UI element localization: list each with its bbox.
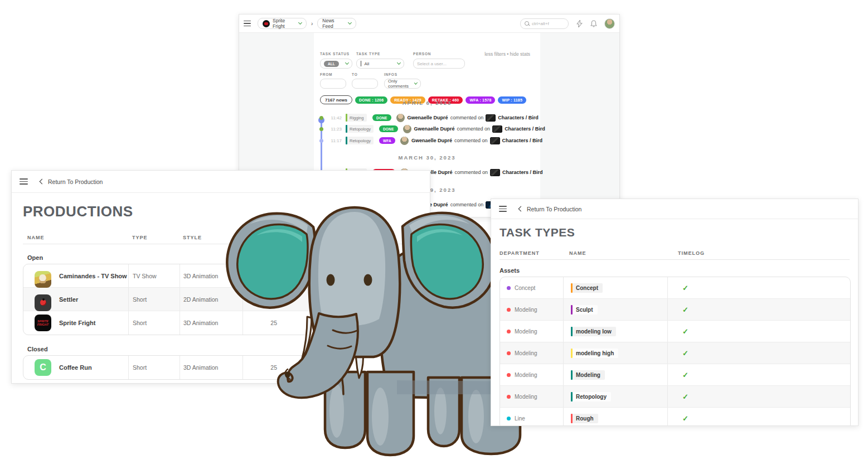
- task-type-chip: Rigging: [346, 114, 367, 122]
- status-pill: WFA: [379, 137, 395, 144]
- department-dot: [507, 286, 511, 290]
- news-text: Gwenaelle Duprécommented onCharacters / …: [411, 137, 542, 144]
- task-type-chip: modeling low: [571, 327, 616, 336]
- news-text: Gwenaelle Duprécommented onCharacters / …: [414, 125, 545, 133]
- production-style: 3D Animation: [183, 364, 218, 371]
- task-type-row[interactable]: Modeling modeling low ✓: [500, 321, 850, 342]
- date-heading: MARCH 30, 2023: [314, 154, 540, 161]
- task-type-row[interactable]: Modeling Sculpt ✓: [500, 299, 850, 321]
- task-type-select[interactable]: All: [356, 59, 404, 69]
- entity-thumbnail: [492, 125, 502, 133]
- task-type-color-bar: [360, 61, 362, 66]
- status-pill: DONE: [379, 125, 398, 132]
- search-input[interactable]: ctrl+alt+f: [520, 18, 569, 29]
- task-type-row[interactable]: Modeling Modeling ✓: [500, 364, 850, 386]
- column-header-name: NAME: [569, 250, 586, 256]
- news-item[interactable]: 11:23 Retopology DONE Gwenaelle Duprécom…: [328, 124, 545, 133]
- task-type-row[interactable]: Concept Concept ✓: [500, 277, 850, 299]
- production-name: Sprite Fright: [59, 320, 95, 326]
- from-label: FROM: [320, 72, 332, 76]
- section-assets: Assets: [500, 267, 520, 274]
- column-header-style: STYLE: [183, 235, 202, 240]
- task-type-chip: Sculpt: [571, 305, 598, 315]
- entity-thumbnail: [486, 114, 496, 122]
- production-thumbnail: [35, 271, 51, 288]
- to-input[interactable]: [352, 79, 378, 89]
- news-item[interactable]: 11:42 Rigging DONE Gwenaelle Duprécommen…: [328, 113, 539, 122]
- production-type: Short: [133, 364, 147, 371]
- production-style: 2D Animation: [183, 296, 218, 303]
- menu-icon[interactable]: [20, 178, 28, 185]
- entity-thumbnail: [490, 169, 500, 176]
- page-title: PRODUCTIONS: [23, 203, 133, 220]
- menu-icon[interactable]: [499, 206, 507, 212]
- production-name: Coffee Run: [59, 364, 92, 371]
- column-header-type: TYPE: [132, 235, 148, 240]
- production-logo-icon: [263, 20, 270, 27]
- search-icon: [525, 21, 529, 26]
- production-type: Short: [133, 320, 147, 326]
- task-types-header: Return To Production: [491, 199, 858, 219]
- production-selector-value: Sprite Fright: [273, 18, 296, 29]
- production-name: Settler: [59, 296, 78, 303]
- production-style: 3D Animation: [183, 273, 218, 279]
- task-status-label: TASK STATUS: [320, 52, 350, 56]
- task-type-row[interactable]: Modeling Retopology ✓: [500, 386, 850, 408]
- production-selector[interactable]: Sprite Fright: [258, 18, 307, 29]
- department-name: Concept: [515, 285, 535, 291]
- from-input[interactable]: [320, 79, 346, 89]
- user-avatar[interactable]: [604, 18, 615, 29]
- task-type-chip: Retopology: [571, 392, 611, 402]
- less-filters-link[interactable]: less filters • hide stats: [484, 51, 530, 57]
- infos-select[interactable]: Only comments: [384, 79, 421, 89]
- department-name: Modeling: [515, 350, 537, 356]
- infos-label: INFOS: [384, 72, 397, 76]
- infos-value: Only comments: [388, 79, 412, 89]
- task-status-select[interactable]: ALL: [320, 59, 352, 69]
- search-placeholder: ctrl+alt+f: [532, 21, 549, 26]
- chevron-down-icon: [345, 61, 349, 65]
- breadcrumb-separator-icon: ›: [311, 21, 313, 27]
- news-item[interactable]: 11:17 Retopology WFA Gwenaelle Duprécomm…: [328, 136, 542, 145]
- department-name: Modeling: [515, 328, 537, 335]
- task-type-row[interactable]: Modeling modeling high ✓: [500, 342, 850, 364]
- chevron-down-icon: [348, 21, 352, 25]
- productions-header: Return To Production: [12, 171, 430, 193]
- return-to-production-link[interactable]: Return To Production: [40, 178, 103, 185]
- task-type-chip: Modeling: [571, 370, 605, 380]
- person-placeholder: Select a user...: [417, 61, 447, 66]
- date-heading: APRIL 6, 2023: [314, 100, 540, 106]
- page-selector[interactable]: News Feed: [317, 18, 356, 29]
- timeline-dot: [319, 139, 323, 143]
- notifications-bell-icon[interactable]: [590, 20, 597, 27]
- department-dot: [507, 308, 511, 312]
- department-name: Modeling: [515, 372, 537, 378]
- department-name: Modeling: [515, 307, 537, 313]
- section-open: Open: [27, 254, 43, 261]
- return-to-production-link[interactable]: Return To Production: [519, 206, 581, 212]
- back-chevron-icon: [40, 179, 45, 185]
- task-types-window: Return To Production TASK TYPES DEPARTME…: [491, 199, 859, 426]
- task-type-value: All: [365, 61, 370, 66]
- task-type-chip: Rough: [571, 414, 598, 423]
- column-header-timelog: TIMELOG: [678, 250, 705, 256]
- author-avatar: [400, 137, 409, 145]
- chevron-down-icon: [414, 81, 418, 84]
- menu-icon[interactable]: [244, 21, 251, 27]
- timelog-check-icon: ✓: [682, 327, 688, 336]
- news-text: Gwenaelle Duprécommented onCharacters / …: [411, 169, 542, 176]
- news-topbar: Sprite Fright › News Feed ctrl+alt+f: [239, 14, 619, 33]
- news-time: 11:23: [328, 127, 342, 132]
- quick-actions-bolt-icon[interactable]: [576, 20, 583, 27]
- production-type: TV Show: [133, 273, 157, 279]
- production-thumbnail: SPRITE FRIGHT: [35, 315, 51, 331]
- task-type-row[interactable]: Line Rough ✓: [500, 408, 850, 426]
- section-closed: Closed: [27, 346, 48, 352]
- production-thumbnail: C: [35, 359, 51, 376]
- task-type-chip: modeling high: [571, 349, 618, 358]
- person-label: PERSON: [413, 52, 431, 56]
- back-chevron-icon: [518, 206, 524, 212]
- person-input[interactable]: Select a user...: [413, 59, 465, 69]
- status-pill: DONE: [372, 114, 391, 121]
- department-dot: [507, 330, 511, 333]
